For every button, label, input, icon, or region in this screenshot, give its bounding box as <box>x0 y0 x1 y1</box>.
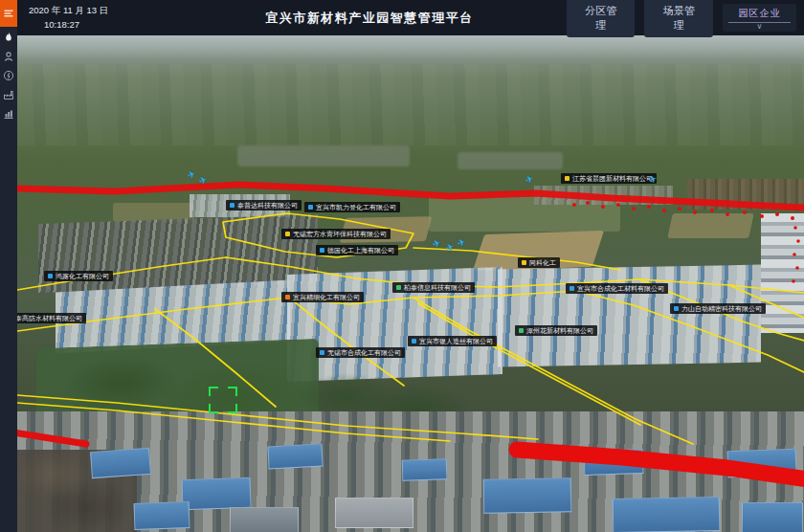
enterprise-label-text: 宜兴市凯力登化工有限公司 <box>316 202 396 212</box>
enterprise-label-text: 宜兴市银人造丝有限公司 <box>419 336 493 346</box>
enterprise-marker-icon <box>320 350 324 355</box>
enterprise-label[interactable]: 无锡宏方水青环保科技有限公司 <box>281 229 391 239</box>
enterprise-marker-icon <box>674 306 679 311</box>
enterprise-marker-icon <box>230 203 234 208</box>
enterprise-label-text: 泰高防水材料有限公司 <box>15 313 82 323</box>
header-actions: 分区管理 场景管理 园区企业 ∨ <box>567 0 804 37</box>
sidebar-menu-button[interactable] <box>0 0 17 27</box>
enterprise-label[interactable]: 德国化工上海有限公司 <box>316 245 398 255</box>
enterprise-marker-icon <box>570 286 574 291</box>
enterprise-label[interactable]: 宜兴精细化工有限公司 <box>281 292 364 302</box>
tool-sidebar <box>0 0 17 532</box>
building-cluster <box>498 265 761 367</box>
current-date: 2020 年 11 月 13 日 <box>29 4 172 17</box>
blue-roof-building <box>402 458 448 481</box>
enterprise-label-text: 无锡市合成化工有限公司 <box>327 347 401 358</box>
enterprise-label[interactable]: 江苏省晨团新材料有限公司 <box>561 173 657 184</box>
enterprise-label[interactable]: 同科化工 <box>518 257 560 268</box>
menu-icon <box>3 8 14 19</box>
enterprise-marker-icon <box>412 339 416 344</box>
person-icon[interactable] <box>3 51 14 62</box>
sidebar-tools <box>3 27 14 120</box>
enterprise-label-text: 潭州花新材料有限公司 <box>526 325 593 336</box>
enterprise-label[interactable]: 宜兴市合成化工材料有限公司 <box>566 283 668 294</box>
enterprise-marker-icon <box>519 328 524 333</box>
enterprise-marker-icon <box>522 260 526 265</box>
enterprise-label[interactable]: 宜兴市银人造丝有限公司 <box>408 336 497 346</box>
building-cluster <box>761 213 804 333</box>
blue-roof-building <box>727 449 797 477</box>
zone-management-button[interactable]: 分区管理 <box>567 0 635 37</box>
enterprise-marker-icon <box>565 176 570 181</box>
dropdown-label: 园区企业 <box>738 7 780 20</box>
terrain-far-fields <box>17 64 804 145</box>
reticle-corner <box>228 404 237 413</box>
reticle-corner <box>209 387 218 396</box>
flame-icon[interactable] <box>3 32 14 43</box>
enterprise-label-text: 德国化工上海有限公司 <box>327 245 394 255</box>
gray-roof-building <box>335 498 413 528</box>
enterprise-marker-icon <box>396 285 401 290</box>
enterprise-marker-icon <box>320 248 324 253</box>
enterprise-marker-icon <box>285 295 290 299</box>
enterprise-label-text: 柏泰信息科技有限公司 <box>404 282 471 293</box>
energy-icon[interactable] <box>3 70 14 81</box>
factory-icon[interactable] <box>3 89 14 100</box>
top-header: 2020 年 11 月 13 日 10:18:27 宜兴市新材料产业园智慧管理平… <box>17 0 804 35</box>
page-title: 宜兴市新材料产业园智慧管理平台 <box>172 10 567 27</box>
enterprise-label-text: 江苏省晨团新材料有限公司 <box>572 173 653 184</box>
app-window: 泰普达科技有限公司 宜兴市凯力登化工有限公司 无锡宏方水青环保科技有限公司 德国… <box>0 0 804 532</box>
terrain-patch <box>237 145 410 166</box>
blue-roof-building <box>483 477 572 514</box>
horizon-haze <box>17 35 804 60</box>
enterprise-label-text: 宜兴精细化工有限公司 <box>293 292 360 302</box>
gray-roof-building <box>230 507 299 532</box>
blue-roof-building <box>90 448 151 478</box>
datetime-block: 2020 年 11 月 13 日 10:18:27 <box>17 4 172 32</box>
building-cluster <box>687 179 804 210</box>
enterprise-label[interactable]: 宜兴市凯力登化工有限公司 <box>304 202 400 212</box>
blue-roof-building <box>134 501 190 530</box>
enterprise-label-text: 泰普达科技有限公司 <box>237 200 298 211</box>
enterprise-label[interactable]: 泰普达科技有限公司 <box>226 200 302 211</box>
current-time: 10:18:27 <box>44 18 172 32</box>
reticle-corner <box>228 387 237 396</box>
blue-roof-building <box>267 444 323 470</box>
enterprise-label[interactable]: 无锡市合成化工有限公司 <box>316 347 405 358</box>
enterprise-marker-icon <box>48 274 53 278</box>
enterprise-marker-icon <box>285 232 290 236</box>
enterprise-label-text: 同科化工 <box>529 257 556 268</box>
bar-chart-icon[interactable] <box>3 108 14 120</box>
blue-roof-building <box>613 497 721 532</box>
chevron-down-icon: ∨ <box>757 23 763 31</box>
enterprise-label[interactable]: 鸿露化工有限公司 <box>44 271 113 281</box>
reticle-corner <box>209 404 218 413</box>
blue-roof-building <box>742 502 803 532</box>
blue-roof-building <box>181 477 251 510</box>
enterprise-label-text: 宜兴市合成化工材料有限公司 <box>577 283 664 294</box>
enterprise-label-text: 无锡宏方水青环保科技有限公司 <box>293 229 387 239</box>
terrain-patch <box>458 152 563 169</box>
enterprise-label[interactable]: 力山自动精密科技有限公司 <box>670 303 766 314</box>
enterprise-label[interactable]: 潭州花新材料有限公司 <box>515 325 597 336</box>
park-enterprise-dropdown[interactable]: 园区企业 ∨ <box>723 4 796 32</box>
enterprise-label-text: 鸿露化工有限公司 <box>56 271 109 281</box>
enterprise-marker-icon <box>308 205 313 210</box>
enterprise-label-text: 力山自动精密科技有限公司 <box>681 303 762 314</box>
blue-roof-building <box>584 449 644 476</box>
selection-reticle[interactable] <box>209 387 237 413</box>
terrain-patch <box>667 213 754 238</box>
enterprise-label[interactable]: 柏泰信息科技有限公司 <box>392 282 475 293</box>
building-cluster <box>534 186 673 205</box>
scene-management-button[interactable]: 场景管理 <box>644 0 712 37</box>
